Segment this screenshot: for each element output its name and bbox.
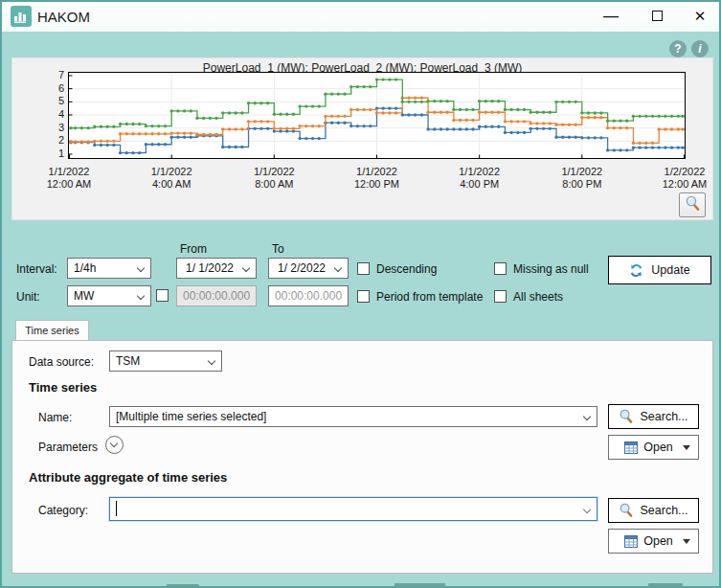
from-time-field: 00:00:00.000 <box>176 285 257 306</box>
to-date-value: 1/ 2/2022 <box>278 261 326 275</box>
category-label: Category: <box>38 504 88 517</box>
from-date-value: 1/ 1/2022 <box>186 261 234 275</box>
name-label: Name: <box>38 411 72 424</box>
time-series-heading: Time series <box>29 380 97 395</box>
time-enable-checkbox[interactable] <box>156 289 169 302</box>
open-category-button[interactable]: Open <box>608 529 699 554</box>
bar-chart-icon <box>13 9 29 24</box>
to-time-field[interactable]: 00:00:00.000 <box>268 285 349 306</box>
chevron-down-icon <box>208 357 215 365</box>
period-from-template-checkbox[interactable] <box>357 290 370 303</box>
background-artifact <box>167 584 199 588</box>
chart-plot-area[interactable] <box>68 72 686 159</box>
data-source-select[interactable]: TSM <box>109 351 222 372</box>
chevron-down-icon <box>137 264 145 272</box>
info-icon[interactable]: i <box>691 40 709 57</box>
unit-label: Unit: <box>16 290 40 304</box>
table-icon <box>624 535 638 548</box>
update-label: Update <box>651 263 689 277</box>
all-sheets-label: All sheets <box>513 290 563 304</box>
chart-zoom-button[interactable] <box>679 192 706 217</box>
text-caret <box>116 501 117 516</box>
background-artifact <box>394 583 445 588</box>
chevron-down-icon <box>583 413 591 420</box>
tab-time-series[interactable]: Time series <box>15 320 89 341</box>
chevron-down-icon <box>137 292 145 300</box>
y-tick-label: 1 <box>49 147 64 159</box>
x-tick-label: 1/1/20228:00 PM <box>539 166 625 191</box>
category-combobox[interactable] <box>109 497 597 521</box>
table-icon <box>624 441 638 454</box>
search-category-button[interactable]: Search... <box>608 498 699 523</box>
y-tick-label: 6 <box>49 82 64 94</box>
background-artifact <box>648 583 683 588</box>
interval-label: Interval: <box>16 262 57 276</box>
title-bar[interactable]: HAKOM — ✕ <box>2 2 719 32</box>
data-source-value: TSM <box>116 354 140 368</box>
name-value: [Multiple time series selected] <box>116 410 266 423</box>
minimize-button[interactable]: — <box>591 2 631 32</box>
parameters-expander-button[interactable] <box>105 436 124 454</box>
unit-value: MW <box>74 289 94 303</box>
maximize-icon <box>652 11 663 21</box>
name-combobox[interactable]: [Multiple time series selected] <box>109 406 597 427</box>
all-sheets-checkbox[interactable] <box>494 290 507 303</box>
close-button[interactable]: ✕ <box>680 2 720 32</box>
x-tick-label: 1/1/202212:00 PM <box>334 166 420 191</box>
open-time-series-button[interactable]: Open <box>608 435 699 460</box>
magnifier-icon <box>685 195 701 212</box>
interval-select[interactable]: 1/4h <box>67 258 151 279</box>
chevron-down-icon <box>110 440 118 447</box>
chevron-down-icon <box>334 264 342 272</box>
maximize-button[interactable] <box>637 2 677 32</box>
unit-select[interactable]: MW <box>67 285 151 306</box>
data-source-label: Data source: <box>29 355 94 369</box>
x-tick-label: 1/2/202212:00 AM <box>642 166 721 191</box>
open-label: Open <box>643 534 673 548</box>
search-label: Search... <box>640 504 687 517</box>
app-logo-icon <box>11 6 32 27</box>
magnifier-icon <box>619 409 634 424</box>
x-tick-label: 1/1/20224:00 AM <box>128 166 214 191</box>
y-tick-label: 5 <box>49 95 64 106</box>
from-label: From <box>180 242 207 256</box>
from-date-picker[interactable]: 1/ 1/2022 <box>176 258 257 279</box>
chart-panel: PowerLoad_1 (MW); PowerLoad_2 (MW); Powe… <box>11 57 713 220</box>
refresh-icon <box>629 263 643 278</box>
dropdown-arrow-icon <box>683 445 690 450</box>
y-tick-label: 2 <box>49 134 64 146</box>
window-title: HAKOM <box>37 9 90 25</box>
to-date-picker[interactable]: 1/ 2/2022 <box>268 258 349 279</box>
open-label: Open <box>643 441 673 454</box>
missing-as-null-label: Missing as null <box>513 262 589 276</box>
to-label: To <box>272 242 284 256</box>
missing-as-null-checkbox[interactable] <box>494 262 507 275</box>
y-tick-label: 4 <box>49 108 64 120</box>
hakom-window: HAKOM — ✕ ? i PowerLoad_1 (MW); PowerLoa… <box>0 0 721 588</box>
y-tick-label: 3 <box>49 122 64 133</box>
parameters-label: Parameters <box>38 441 98 454</box>
chevron-down-icon <box>242 264 250 272</box>
descending-checkbox[interactable] <box>357 262 370 275</box>
help-icon[interactable]: ? <box>669 40 687 57</box>
x-tick-label: 1/1/20224:00 PM <box>437 166 523 191</box>
chevron-down-icon <box>583 506 591 513</box>
magnifier-icon <box>619 503 634 518</box>
attribute-aggregate-heading: Attribute aggregate of time series <box>29 470 227 485</box>
descending-label: Descending <box>376 262 437 276</box>
search-label: Search... <box>640 410 687 423</box>
x-tick-label: 1/1/20228:00 AM <box>231 166 317 191</box>
x-tick-label: 1/1/202212:00 AM <box>26 166 112 191</box>
search-time-series-button[interactable]: Search... <box>608 404 699 429</box>
interval-value: 1/4h <box>74 261 96 275</box>
update-button[interactable]: Update <box>608 256 711 284</box>
period-from-template-label: Period from template <box>376 290 483 304</box>
dropdown-arrow-icon <box>683 539 690 544</box>
y-tick-label: 7 <box>49 69 64 80</box>
